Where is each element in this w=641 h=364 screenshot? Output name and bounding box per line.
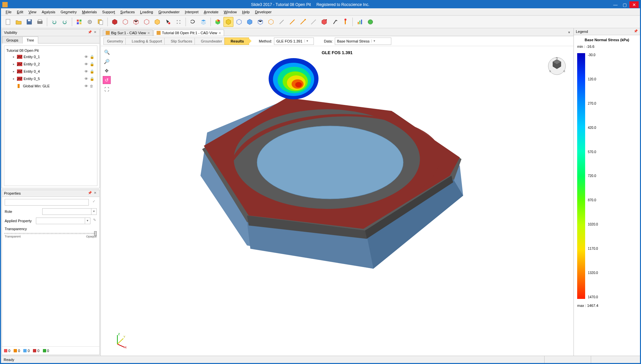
- eye-icon[interactable]: 👁: [84, 69, 90, 73]
- cube-rainbow-button[interactable]: [213, 17, 223, 27]
- zoom-in-icon[interactable]: 🔍: [103, 48, 111, 56]
- menu-view[interactable]: View: [26, 9, 39, 15]
- slash-button[interactable]: [277, 17, 287, 27]
- rotate-icon[interactable]: ↺: [103, 76, 111, 84]
- pan-icon[interactable]: ✥: [103, 67, 111, 75]
- chevron-geometry[interactable]: Geometry: [103, 38, 128, 45]
- menu-developer[interactable]: Developer: [252, 9, 274, 15]
- chevron-results[interactable]: Results: [224, 38, 249, 45]
- minimize-button[interactable]: —: [611, 1, 620, 8]
- tree-item[interactable]: ▸ Entity 0_4 👁 🔒: [6, 68, 95, 75]
- menu-help[interactable]: Help: [239, 9, 252, 15]
- menu-edit[interactable]: Edit: [14, 9, 26, 15]
- menu-interpret[interactable]: Interpret: [182, 9, 201, 15]
- dropdown-icon[interactable]: ▼: [371, 40, 377, 43]
- pin-icon[interactable]: 📌: [633, 29, 638, 34]
- cube-highlight-button[interactable]: [152, 17, 162, 27]
- line1-button[interactable]: [287, 17, 297, 27]
- lock-icon[interactable]: 🔒: [90, 62, 95, 66]
- menu-annotate[interactable]: Annotate: [201, 9, 221, 15]
- menu-support[interactable]: Support: [99, 9, 118, 15]
- cube-blue2-button[interactable]: [245, 17, 255, 27]
- doc-tab[interactable]: Tutorial 08 Open Pit:1 - CAD View ✕: [154, 30, 224, 36]
- menu-file[interactable]: File: [3, 9, 14, 15]
- lock-icon[interactable]: 🔒: [90, 69, 95, 74]
- chart-button[interactable]: [355, 17, 365, 27]
- pin-icon[interactable]: 📌: [87, 191, 92, 196]
- menu-loading[interactable]: Loading: [137, 9, 156, 15]
- tab-tree[interactable]: Tree: [22, 37, 38, 44]
- cube-wire2-button[interactable]: [131, 17, 141, 27]
- method-select[interactable]: GLE FOS 1.391▼: [274, 38, 314, 45]
- menu-geometry[interactable]: Geometry: [58, 9, 79, 15]
- line2-button[interactable]: [298, 17, 308, 27]
- check-icon[interactable]: ✓: [91, 199, 97, 205]
- expand-icon[interactable]: ▸: [12, 70, 16, 73]
- cube-blue3-button[interactable]: [255, 17, 265, 27]
- tree-item[interactable]: ▸ Entity 0_1 👁 🔒: [6, 53, 95, 60]
- menu-groundwater[interactable]: Groundwater: [156, 9, 182, 15]
- pointer-button[interactable]: [163, 17, 173, 27]
- cube-gold-button[interactable]: [223, 17, 233, 27]
- cube-solid-button[interactable]: [110, 17, 120, 27]
- panel-close-icon[interactable]: ✕: [93, 191, 97, 196]
- tree-item[interactable]: ▸ Entity 0_5 👁 🔒: [6, 75, 95, 82]
- tree-item[interactable]: ▸ Entity 0_2 👁 🔒: [6, 60, 95, 68]
- maximize-button[interactable]: ▢: [620, 1, 629, 8]
- eye-icon[interactable]: 👁: [84, 77, 90, 81]
- eye-icon[interactable]: 👁: [84, 55, 90, 59]
- expand-icon[interactable]: ▸: [12, 62, 16, 66]
- cube-wire1-button[interactable]: [120, 17, 130, 27]
- chevron-loading[interactable]: Loading & Support: [125, 38, 167, 45]
- flag-orange-button[interactable]: [340, 17, 350, 27]
- zoom-out-icon[interactable]: 🔍: [103, 57, 111, 65]
- eye-icon[interactable]: 👁: [84, 62, 90, 66]
- globe-button[interactable]: [365, 17, 375, 27]
- settings-button[interactable]: [85, 17, 95, 27]
- chevron-slip[interactable]: Slip Surfaces: [164, 38, 197, 45]
- menu-analysis[interactable]: Analysis: [39, 9, 58, 15]
- dropdown-icon[interactable]: ▼: [91, 209, 96, 215]
- name-field[interactable]: [5, 199, 88, 205]
- redo-button[interactable]: [60, 17, 70, 27]
- menu-window[interactable]: Window: [221, 9, 239, 15]
- undo-button[interactable]: [49, 17, 59, 27]
- close-button[interactable]: ✕: [629, 1, 639, 8]
- delete-icon[interactable]: 🗑: [90, 84, 95, 88]
- viewport-3d[interactable]: 🔍 🔍 ✥ ↺ ⛶ GLE FOS 1.391 At X: -6988.17, …: [101, 46, 574, 356]
- cube-wire3-button[interactable]: [142, 17, 152, 27]
- tab-menu-icon[interactable]: ▾: [567, 29, 572, 36]
- copy-button[interactable]: [95, 17, 105, 27]
- expand-icon[interactable]: ▸: [12, 77, 16, 80]
- dropdown-icon[interactable]: ▼: [85, 218, 90, 224]
- cube-orange-button[interactable]: [266, 17, 276, 27]
- print-button[interactable]: [35, 17, 45, 27]
- doc-tab[interactable]: Big Sur:1 - CAD View ✕: [103, 30, 153, 36]
- new-button[interactable]: [3, 17, 13, 27]
- chevron-groundwater[interactable]: Groundwater: [194, 38, 227, 45]
- view-compass[interactable]: N S E: [547, 56, 567, 76]
- tab-close-icon[interactable]: ✕: [147, 31, 150, 35]
- role-field[interactable]: [43, 209, 91, 215]
- flag-dark-button[interactable]: [330, 17, 340, 27]
- edit-icon[interactable]: ✎: [92, 218, 97, 224]
- eye-icon[interactable]: 👁: [84, 84, 90, 88]
- data-select[interactable]: Base Normal Stress▼: [335, 38, 391, 45]
- line3-button[interactable]: [309, 17, 319, 27]
- dropdown-icon[interactable]: ▼: [305, 40, 310, 43]
- tree-item-global-min[interactable]: Global Min: GLE 👁 🗑: [6, 82, 95, 90]
- open-button[interactable]: [14, 17, 24, 27]
- panel-close-icon[interactable]: ✕: [93, 30, 97, 35]
- grid-button[interactable]: [74, 17, 84, 27]
- transparency-slider[interactable]: [5, 233, 97, 234]
- tab-close-icon[interactable]: ✕: [218, 31, 221, 35]
- lock-icon[interactable]: 🔒: [90, 77, 95, 81]
- save-button[interactable]: [24, 17, 34, 27]
- cube-blue1-button[interactable]: [234, 17, 244, 27]
- tab-groups[interactable]: Groups: [2, 37, 23, 44]
- lasso-button[interactable]: [188, 17, 198, 27]
- expand-icon[interactable]: ▸: [12, 55, 16, 58]
- lock-icon[interactable]: 🔒: [90, 55, 95, 59]
- menu-surfaces[interactable]: Surfaces: [118, 9, 137, 15]
- fit-icon[interactable]: ⛶: [103, 85, 111, 93]
